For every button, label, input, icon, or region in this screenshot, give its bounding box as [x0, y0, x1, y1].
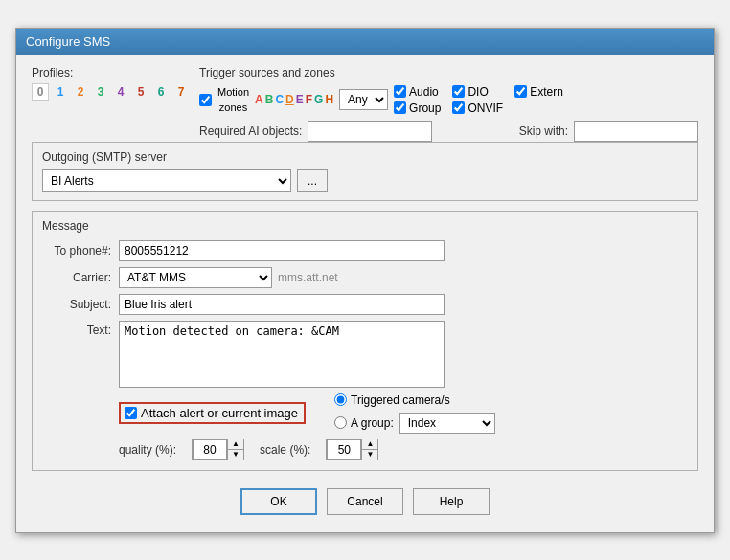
extern-check[interactable]: Extern: [514, 85, 563, 99]
carrier-row: Carrier: AT&T MMS mms.att.net: [42, 267, 688, 288]
message-section: Message To phone#: Carrier: AT&T MMS mms…: [32, 211, 698, 471]
trigger-section: Trigger sources and zones Motion zones A…: [199, 66, 698, 142]
a-group-select[interactable]: Index: [399, 413, 495, 434]
scale-down-btn[interactable]: ▼: [362, 450, 377, 460]
to-phone-row: To phone#:: [42, 240, 688, 261]
quality-up-btn[interactable]: ▲: [228, 439, 243, 450]
right-checkboxes: Audio Group DIO: [394, 85, 563, 115]
attach-checkbox-wrapper: Attach alert or current image: [119, 402, 306, 424]
zone-letters: A B C D E F G H: [255, 93, 333, 106]
profiles-label: Profiles:: [32, 66, 190, 79]
quality-input[interactable]: [193, 439, 227, 460]
profile-4[interactable]: 4: [112, 83, 129, 101]
motion-zones-label: Motion zones: [217, 86, 249, 113]
text-label: Text:: [42, 321, 119, 337]
subject-input[interactable]: [119, 294, 445, 315]
a-group-label: A group:: [351, 416, 394, 430]
scale-up-btn[interactable]: ▲: [362, 439, 377, 450]
subject-label: Subject:: [42, 298, 119, 311]
motion-zones-checkbox[interactable]: [199, 94, 212, 106]
profile-2[interactable]: 2: [72, 83, 89, 101]
profile-7[interactable]: 7: [172, 83, 190, 101]
scale-spinner-btns: ▲ ▼: [361, 439, 377, 460]
smtp-row: BI Alerts ...: [42, 169, 688, 192]
message-title: Message: [42, 219, 688, 233]
dio-check[interactable]: DIO: [452, 85, 503, 99]
zone-A: A: [255, 93, 263, 106]
a-group-radio[interactable]: A group:: [334, 416, 394, 430]
dialog-title: Configure SMS: [26, 34, 110, 49]
zone-F: F: [306, 93, 312, 106]
attach-right: Triggered camera/s A group: Index: [334, 393, 495, 434]
onvif-check[interactable]: ONVIF: [452, 101, 503, 115]
quality-spinner-btns: ▲ ▼: [227, 439, 243, 460]
audio-check[interactable]: Audio: [394, 85, 441, 99]
skip-with-input[interactable]: [574, 121, 698, 142]
required-ai-input[interactable]: [308, 121, 432, 142]
any-dropdown[interactable]: Any: [339, 89, 388, 110]
carrier-label: Carrier:: [42, 271, 119, 284]
carrier-select[interactable]: AT&T MMS: [119, 267, 272, 288]
scale-input[interactable]: [327, 439, 361, 460]
smtp-title: Outgoing (SMTP) server: [42, 150, 688, 164]
a-group-row: A group: Index: [334, 413, 495, 434]
scale-spinner: ▲ ▼: [326, 439, 378, 460]
zone-E: E: [296, 93, 304, 106]
subject-row: Subject:: [42, 294, 688, 315]
footer-row: OK Cancel Help: [32, 481, 698, 521]
attach-row: Attach alert or current image Triggered …: [42, 393, 688, 434]
carrier-url: mms.att.net: [278, 271, 338, 284]
text-row: Text: Motion detected on camera: &CAM: [42, 321, 688, 388]
profile-6[interactable]: 6: [152, 83, 170, 101]
quality-down-btn[interactable]: ▼: [228, 450, 243, 460]
profile-3[interactable]: 3: [92, 83, 109, 101]
profile-1[interactable]: 1: [52, 83, 69, 101]
zone-B: B: [265, 93, 274, 106]
profiles-section: Profiles: 0 1 2 3 4 5 6 7: [32, 66, 190, 101]
quality-spinner: ▲ ▼: [192, 439, 244, 460]
attach-label: Attach alert or current image: [141, 406, 298, 420]
profile-0[interactable]: 0: [32, 83, 49, 101]
quality-scale-row: quality (%): ▲ ▼ scale (%): ▲ ▼: [42, 439, 688, 460]
text-input[interactable]: Motion detected on camera: &CAM: [119, 321, 445, 388]
smtp-section: Outgoing (SMTP) server BI Alerts ...: [32, 142, 698, 201]
required-skip-row: Required AI objects: Skip with:: [199, 121, 698, 142]
profile-5[interactable]: 5: [132, 83, 149, 101]
title-bar: Configure SMS: [16, 29, 714, 55]
triggered-radio[interactable]: Triggered camera/s: [334, 393, 495, 407]
ok-button[interactable]: OK: [240, 488, 317, 515]
attach-left: Attach alert or current image: [42, 402, 306, 424]
zone-G: G: [314, 93, 323, 106]
help-button[interactable]: Help: [413, 488, 490, 515]
smtp-dots-button[interactable]: ...: [297, 169, 328, 192]
scale-label: scale (%):: [260, 443, 310, 457]
to-phone-input[interactable]: [119, 240, 445, 261]
attach-checkbox[interactable]: [125, 407, 137, 419]
triggered-label: Triggered camera/s: [351, 393, 450, 407]
required-ai-label: Required AI objects:: [199, 124, 302, 138]
to-phone-label: To phone#:: [42, 244, 119, 258]
configure-sms-dialog: Configure SMS Profiles: 0 1 2 3 4 5 6 7 …: [15, 28, 715, 533]
profile-numbers: 0 1 2 3 4 5 6 7: [32, 83, 190, 101]
smtp-select[interactable]: BI Alerts: [42, 169, 291, 192]
zone-C: C: [275, 93, 284, 106]
trigger-title: Trigger sources and zones: [199, 66, 698, 79]
group-check[interactable]: Group: [394, 101, 441, 115]
cancel-button[interactable]: Cancel: [327, 488, 403, 515]
zone-D: D: [285, 93, 294, 106]
quality-label: quality (%):: [119, 443, 176, 457]
zone-H: H: [325, 93, 333, 106]
skip-with-label: Skip with:: [519, 124, 568, 138]
